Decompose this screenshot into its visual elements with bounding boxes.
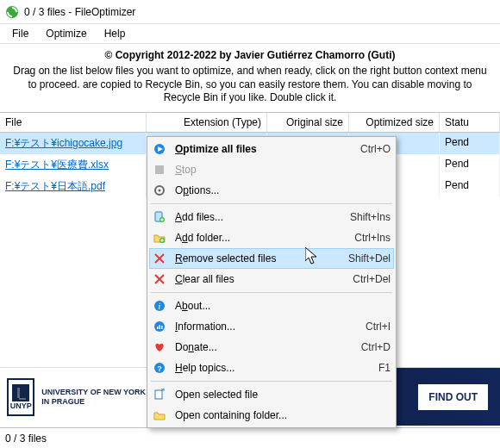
context-menu: Optimize all files Ctrl+O Stop Options..… xyxy=(147,136,397,428)
gear-icon xyxy=(153,184,166,197)
ctx-add-files[interactable]: Add files... Shift+Ins xyxy=(149,207,394,227)
ctx-information[interactable]: Information... Ctrl+I xyxy=(149,316,394,337)
ctx-donate[interactable]: Donate... Ctrl+D xyxy=(149,337,394,358)
cell-status: Pend xyxy=(440,154,500,176)
file-link[interactable]: F:¥テスト¥ichigocake.jpg xyxy=(5,137,122,149)
svg-point-5 xyxy=(159,190,161,192)
ctx-add-folder[interactable]: Add folder... Ctrl+Ins xyxy=(149,227,394,248)
ctx-about[interactable]: i About... xyxy=(149,296,394,316)
ctx-remove-selected[interactable]: Remove selected files Shift+Del xyxy=(149,248,394,269)
svg-rect-14 xyxy=(161,326,163,329)
ctx-options[interactable]: Options... xyxy=(149,180,394,201)
ctx-stop: Stop xyxy=(149,159,394,180)
col-file[interactable]: File xyxy=(0,113,147,133)
svg-rect-3 xyxy=(155,165,164,174)
shortcut-label: Ctrl+Del xyxy=(330,273,391,285)
unyp-logo-icon: UNYP xyxy=(7,378,34,416)
instructions-text: Drag on the list below files you want to… xyxy=(0,65,500,112)
svg-rect-17 xyxy=(155,390,162,399)
ctx-help-topics[interactable]: ? Help topics... F1 xyxy=(149,358,394,378)
ctx-open-selected[interactable]: Open selected file xyxy=(149,384,394,405)
info-icon: i xyxy=(153,299,166,313)
help-icon: ? xyxy=(153,361,166,375)
remove-icon xyxy=(153,252,166,265)
shortcut-label: Ctrl+I xyxy=(330,320,391,333)
ctx-optimize-all[interactable]: Optimize all files Ctrl+O xyxy=(149,139,394,159)
col-extension[interactable]: Extension (Type) xyxy=(147,113,267,133)
cell-status: Pend xyxy=(440,133,500,154)
shortcut-label: Ctrl+Ins xyxy=(330,232,391,244)
separator xyxy=(151,381,392,382)
banner-left: UNYP UNIVERSITY OF NEW YORK IN PRAGUE xyxy=(0,368,155,426)
file-link[interactable]: F:¥テスト¥日本語.pdf xyxy=(5,180,105,192)
table-header-row: File Extension (Type) Original size Opti… xyxy=(0,113,500,133)
separator xyxy=(151,292,392,293)
stats-icon xyxy=(153,320,166,333)
shortcut-label: F1 xyxy=(330,362,391,374)
svg-rect-13 xyxy=(159,325,161,329)
play-icon xyxy=(153,142,166,156)
titlebar: 0 / 3 files - FileOptimizer xyxy=(0,0,500,24)
shortcut-label: Shift+Ins xyxy=(330,211,391,223)
find-out-button[interactable]: FIND OUT xyxy=(418,384,488,410)
status-text: 0 / 3 files xyxy=(5,432,47,445)
add-folder-icon xyxy=(153,231,166,245)
col-original[interactable]: Original size xyxy=(267,113,349,133)
file-link[interactable]: F:¥テスト¥医療費.xlsx xyxy=(5,159,109,171)
svg-text:i: i xyxy=(159,302,161,311)
col-status[interactable]: Statu xyxy=(440,113,500,133)
shortcut-label: Ctrl+D xyxy=(330,341,391,353)
open-folder-icon xyxy=(153,408,166,422)
shortcut-label: Ctrl+O xyxy=(330,143,391,155)
separator xyxy=(151,203,392,204)
cell-status: Pend xyxy=(440,176,500,197)
menu-optimize[interactable]: Optimize xyxy=(39,26,93,41)
window-title: 0 / 3 files - FileOptimizer xyxy=(24,6,135,18)
university-name: UNIVERSITY OF NEW YORK IN PRAGUE xyxy=(41,388,147,407)
svg-rect-12 xyxy=(157,327,159,329)
statusbar: 0 / 3 files xyxy=(0,427,500,448)
menubar: File Optimize Help xyxy=(0,24,500,44)
svg-text:?: ? xyxy=(157,364,162,373)
shortcut-label: Shift+Del xyxy=(330,252,391,264)
ctx-open-folder[interactable]: Open containing folder... xyxy=(149,405,394,426)
open-file-icon xyxy=(153,388,166,401)
menu-help[interactable]: Help xyxy=(97,26,133,41)
col-optimized[interactable]: Optimized size xyxy=(349,113,440,133)
heart-icon xyxy=(153,340,166,354)
copyright-text: © Copyright 2012-2022 by Javier Gutiérre… xyxy=(0,44,500,65)
stop-icon xyxy=(153,163,166,177)
add-file-icon xyxy=(153,210,166,224)
ctx-clear-all[interactable]: Clear all files Ctrl+Del xyxy=(149,269,394,289)
app-icon xyxy=(5,5,19,19)
menu-file[interactable]: File xyxy=(5,26,35,41)
clear-icon xyxy=(153,272,166,286)
